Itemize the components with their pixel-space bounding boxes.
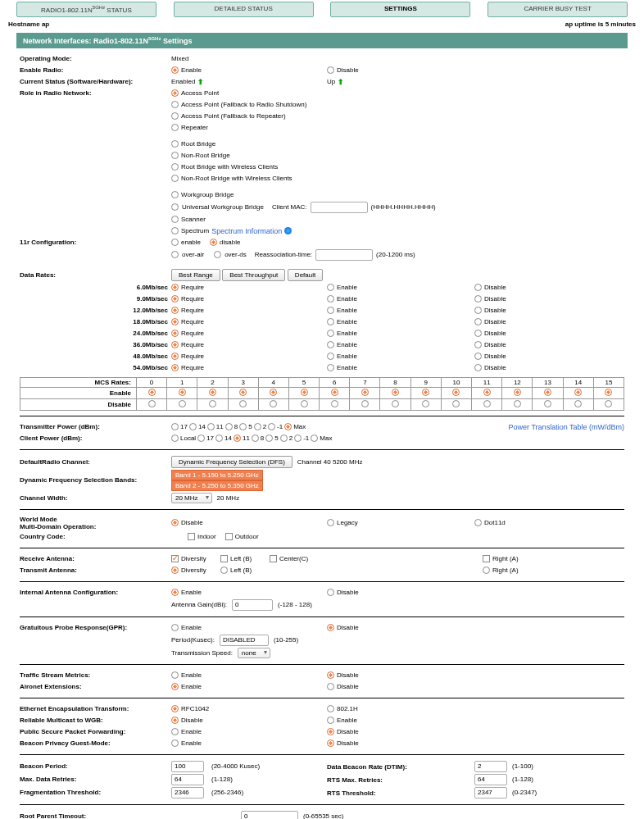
role-ap[interactable] <box>171 89 179 97</box>
rate-1-disable[interactable] <box>474 295 482 303</box>
rate-6-disable[interactable] <box>474 353 482 360</box>
clientpower-Local[interactable] <box>171 435 179 442</box>
role-root-bridge-wclients[interactable] <box>171 163 179 171</box>
role-spectrum[interactable] <box>171 227 179 234</box>
role-scanner[interactable] <box>171 216 179 223</box>
rate-1-enable[interactable] <box>327 295 334 303</box>
encap-8021h[interactable] <box>327 705 334 712</box>
tx-right[interactable] <box>483 566 490 574</box>
role-ap-fallback-repeater[interactable] <box>171 112 179 120</box>
rate-3-enable[interactable] <box>327 318 334 325</box>
rate-0-disable[interactable] <box>474 284 482 291</box>
multicast-disable[interactable] <box>171 717 179 724</box>
rate-3-disable[interactable] <box>474 318 482 325</box>
int-ant-disable[interactable] <box>327 589 334 596</box>
clientpower-Max[interactable] <box>311 435 318 442</box>
rate-7-enable[interactable] <box>327 364 334 371</box>
pspf-enable[interactable] <box>171 728 179 735</box>
aironet-enable[interactable] <box>171 683 179 690</box>
rate-7-require[interactable] <box>171 364 179 371</box>
role-workgroup-bridge[interactable] <box>171 191 179 198</box>
client-mac-input[interactable] <box>311 202 368 213</box>
rate-6-require[interactable] <box>171 353 179 360</box>
txpower--1[interactable] <box>268 423 275 430</box>
dtim-input[interactable] <box>474 761 507 772</box>
rate-4-disable[interactable] <box>474 330 482 337</box>
clientpower-11[interactable] <box>234 435 241 442</box>
clientpower--1[interactable] <box>294 435 302 442</box>
tab-carrier-busy[interactable]: CARRIER BUSY TEST <box>488 2 628 17</box>
rate-4-enable[interactable] <box>327 330 334 337</box>
clientpower-5[interactable] <box>265 435 273 442</box>
antenna-gain-input[interactable] <box>232 599 273 611</box>
gpr-speed-select[interactable]: none <box>238 648 270 658</box>
rts-retries-input[interactable] <box>474 774 507 785</box>
tab-settings[interactable]: SETTINGS <box>330 2 470 17</box>
power-translation-link[interactable]: Power Translation Table (mW/dBm) <box>509 423 624 431</box>
frag-input[interactable] <box>171 787 204 799</box>
tx-left[interactable] <box>220 566 228 574</box>
max-retries-input[interactable] <box>171 774 204 785</box>
best-throughput-button[interactable]: Best Throughput <box>222 269 285 281</box>
pspf-disable[interactable] <box>327 728 334 735</box>
default-button[interactable]: Default <box>288 269 323 281</box>
encap-rfc1042[interactable] <box>171 705 179 712</box>
root-timeout-input[interactable] <box>241 811 298 819</box>
tab-detailed-status[interactable]: DETAILED STATUS <box>174 2 314 17</box>
txpower-8[interactable] <box>225 423 233 430</box>
r11-over-air[interactable] <box>171 251 179 258</box>
txpower-14[interactable] <box>189 423 197 430</box>
gpr-disable[interactable] <box>327 624 334 631</box>
rate-6-enable[interactable] <box>327 353 334 360</box>
rate-3-require[interactable] <box>171 318 179 325</box>
dfs-band-1[interactable]: Band 1 - 5.150 to 5.250 GHz <box>171 470 263 480</box>
country-indoor-check[interactable] <box>188 533 195 540</box>
rate-4-require[interactable] <box>171 330 179 337</box>
role-root-bridge[interactable] <box>171 140 179 148</box>
r11-over-ds[interactable] <box>214 251 221 258</box>
gpr-enable[interactable] <box>171 624 179 631</box>
rx-diversity[interactable] <box>171 555 179 562</box>
best-range-button[interactable]: Best Range <box>171 269 220 281</box>
int-ant-enable[interactable] <box>171 589 179 596</box>
txpower-17[interactable] <box>171 423 179 430</box>
rate-5-disable[interactable] <box>474 341 482 348</box>
multicast-enable[interactable] <box>327 717 334 724</box>
reassoc-time-input[interactable] <box>315 249 373 261</box>
rate-5-require[interactable] <box>171 341 179 348</box>
r11-enable[interactable] <box>171 239 179 246</box>
aironet-disable[interactable] <box>327 683 334 690</box>
beacon-guest-enable[interactable] <box>171 739 179 747</box>
rate-0-require[interactable] <box>171 284 179 291</box>
r11-disable[interactable] <box>210 239 217 246</box>
clientpower-8[interactable] <box>252 435 259 442</box>
rate-7-disable[interactable] <box>474 364 482 371</box>
world-disable[interactable] <box>171 519 179 526</box>
rate-2-require[interactable] <box>171 307 179 314</box>
role-ap-fallback-shutdown[interactable] <box>171 101 179 108</box>
clientpower-2[interactable] <box>280 435 288 442</box>
tx-diversity[interactable] <box>171 566 179 574</box>
spectrum-info-link[interactable]: Spectrum Information <box>211 227 282 235</box>
rate-2-disable[interactable] <box>474 307 482 314</box>
clientpower-17[interactable] <box>197 435 205 442</box>
role-nonroot-bridge-wclients[interactable] <box>171 175 179 182</box>
role-nonroot-bridge[interactable] <box>171 152 179 159</box>
country-outdoor-check[interactable] <box>225 533 233 540</box>
dfs-button[interactable]: Dynamic Frequency Selection (DFS) <box>171 456 293 468</box>
beacon-period-input[interactable] <box>171 761 204 772</box>
rts-thresh-input[interactable] <box>474 787 507 799</box>
txpower-2[interactable] <box>254 423 261 430</box>
world-legacy[interactable] <box>327 519 334 526</box>
rx-right[interactable] <box>483 555 490 562</box>
txpower-11[interactable] <box>207 423 215 430</box>
tsm-enable[interactable] <box>171 671 179 679</box>
role-universal-wgb[interactable] <box>171 203 179 211</box>
rate-2-enable[interactable] <box>327 307 334 314</box>
rx-center[interactable] <box>270 555 277 562</box>
role-repeater[interactable] <box>171 124 179 131</box>
channel-width-select[interactable]: 20 MHz <box>171 493 212 503</box>
enable-radio-disable[interactable] <box>327 66 334 74</box>
tab-radio-status[interactable]: RADIO1-802.11N5GHz STATUS <box>16 2 156 17</box>
rate-5-enable[interactable] <box>327 341 334 348</box>
